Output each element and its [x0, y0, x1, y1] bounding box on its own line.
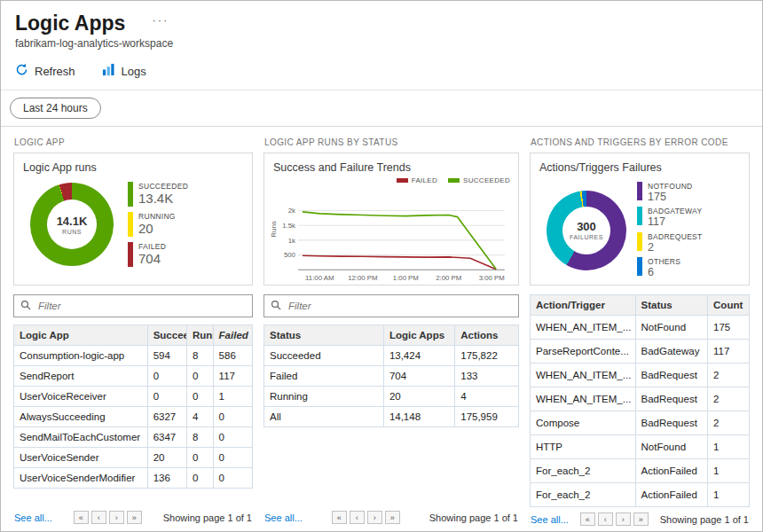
prev-page-button[interactable]: ‹ [350, 511, 365, 524]
column-header-running[interactable]: Running [187, 325, 214, 346]
failures-donut[interactable]: 300 FAILURES [547, 191, 626, 270]
cell-status: BadGateway [635, 340, 708, 364]
legend-swatch [637, 207, 642, 225]
filter-input[interactable] [36, 300, 246, 312]
refresh-button[interactable]: Refresh [15, 63, 75, 79]
table-footer: See all... «‹›» Showing page 1 of 1 [13, 505, 253, 526]
cell-running: 0 [187, 366, 214, 387]
time-range-button[interactable]: Last 24 hours [10, 98, 101, 119]
svg-text:11:00 AM: 11:00 AM [305, 274, 334, 282]
table-row[interactable]: Compose BadRequest 2 [531, 411, 750, 435]
cell-logic-app: UserVoiceSenderModifier [14, 468, 148, 489]
table-row[interactable]: SendReport 0 0 117 [14, 366, 253, 387]
table-row[interactable]: ParseReportConte... BadGateway 117 [531, 340, 750, 364]
table-row[interactable]: WHEN_AN_ITEM_... BadRequest 2 [531, 364, 750, 387]
table-row[interactable]: AlwaysSucceeding 6327 4 0 [14, 407, 253, 427]
last-page-button[interactable]: » [127, 511, 142, 524]
cell-status: ActionFailed [635, 483, 708, 507]
table-row[interactable]: Running 20 4 [264, 387, 519, 407]
logic-app-column: LOGIC APP Logic App runs 14.1K RUNS [13, 136, 253, 526]
table-row[interactable]: Consumption-logic-app 594 8 586 [14, 346, 253, 366]
prev-page-button[interactable]: ‹ [91, 511, 106, 524]
section-title-runs-by-status: LOGIC APP RUNS BY STATUS [264, 137, 519, 147]
cell-action-trigger: WHEN_AN_ITEM_... [531, 387, 636, 411]
cell-status: Succeeded [264, 346, 384, 366]
see-all-link[interactable]: See all... [264, 512, 303, 523]
trend-legend: FAILED SUCCEEDED [397, 176, 510, 184]
filter-input[interactable] [287, 300, 512, 312]
page-title: Logic Apps [15, 12, 125, 35]
cell-succeeded: 0 [147, 366, 186, 387]
column-header-status[interactable]: Status [264, 325, 384, 346]
more-menu-button[interactable]: ··· [152, 13, 169, 27]
legend-value: 13.4K [138, 191, 188, 206]
section-title-logic-app: LOGIC APP [14, 137, 253, 147]
donut-legend: NOTFOUND 175 BADGATEWAY 117 [637, 182, 703, 279]
column-header-count[interactable]: Count [708, 295, 750, 316]
first-page-button[interactable]: « [74, 511, 89, 524]
legend-entry: NOTFOUND 175 [637, 182, 703, 203]
failures-card: Actions/Triggers Failures 300 FAILURES [530, 153, 750, 286]
cell-logic-app: SendMailToEachCustomer [14, 427, 148, 448]
table-row[interactable]: WHEN_AN_ITEM_... NotFound 175 [531, 316, 750, 340]
cell-running: 0 [187, 448, 214, 468]
cell-succeeded: 594 [147, 346, 186, 366]
legend-label: OTHERS [648, 257, 680, 266]
search-icon [271, 298, 281, 314]
svg-text:3:00 PM: 3:00 PM [479, 274, 505, 282]
table-row[interactable]: UserVoiceSenderModifier 136 0 0 [14, 468, 253, 489]
next-page-button[interactable]: › [367, 511, 382, 524]
first-page-button[interactable]: « [332, 511, 347, 524]
pager: «‹›» [74, 511, 142, 524]
page-status: Showing page 1 of 1 [163, 512, 252, 523]
logs-button[interactable]: Logs [102, 63, 146, 79]
legend-value: 117 [648, 215, 702, 228]
logic-app-runs-donut[interactable]: 14.1K RUNS [30, 183, 114, 266]
legend-value: 6 [648, 266, 680, 278]
column-header-succeeded[interactable]: Succeeded [147, 325, 186, 346]
column-header-status[interactable]: Status [635, 295, 708, 316]
table-row[interactable]: Failed 704 133 [264, 366, 519, 387]
see-all-link[interactable]: See all... [14, 512, 52, 523]
legend-entry: OTHERS 6 [637, 257, 703, 278]
dashboard-content: LOGIC APP Logic App runs 14.1K RUNS [1, 127, 762, 526]
section-title-errors: ACTIONS AND TRIGGERS BY ERROR CODE [531, 137, 750, 147]
last-page-button[interactable]: » [385, 511, 400, 524]
next-page-button[interactable]: › [109, 511, 124, 524]
column-header-logic-app[interactable]: Logic App [14, 325, 148, 346]
donut-center-label: FAILURES [570, 234, 603, 240]
card-title: Logic App runs [23, 161, 243, 174]
svg-text:1:00 PM: 1:00 PM [393, 274, 419, 282]
cell-logic-apps: 704 [383, 366, 454, 387]
first-page-button[interactable]: « [580, 512, 595, 526]
cell-actions: 133 [455, 366, 519, 387]
table-row[interactable]: For_each_2 ActionFailed 1 [531, 483, 750, 507]
last-page-button[interactable]: » [633, 512, 649, 526]
table-row[interactable]: For_each_2 ActionFailed 1 [531, 459, 750, 483]
table-row[interactable]: UserVoiceReceiver 0 0 1 [14, 387, 253, 407]
table-row[interactable]: HTTP NotFound 1 [531, 435, 750, 459]
trend-card: Success and Failure Trends FAILED SUCCEE… [264, 153, 519, 286]
next-page-button[interactable]: › [616, 512, 631, 526]
column-header-action-trigger[interactable]: Action/Trigger [531, 295, 636, 316]
logic-app-table: Logic App Succeeded Running Failed Consu… [13, 325, 253, 489]
table-row[interactable]: UserVoiceSender 20 0 0 [14, 448, 253, 468]
page-status: Showing page 1 of 1 [660, 514, 749, 525]
page-header: Logic Apps ··· fabrikam-log-analytics-wo… [1, 1, 762, 79]
table-row[interactable]: SendMailToEachCustomer 6347 8 0 [14, 427, 253, 448]
cell-status: BadRequest [635, 364, 708, 387]
see-all-link[interactable]: See all... [531, 514, 569, 525]
errors-table: Action/Trigger Status Count WHEN_AN_ITEM… [530, 294, 750, 507]
column-header-logic-apps[interactable]: Logic Apps [383, 325, 454, 346]
table-row[interactable]: WHEN_AN_ITEM_... BadRequest 2 [531, 387, 750, 411]
legend-swatch [128, 212, 133, 237]
column-header-failed[interactable]: Failed [213, 325, 252, 346]
table-row[interactable]: All 14,148 175,959 [264, 407, 519, 427]
legend-label: NOTFOUND [648, 182, 693, 191]
legend-entry: RUNNING 20 [128, 212, 188, 237]
cell-action-trigger: WHEN_AN_ITEM_... [531, 316, 636, 340]
column-header-actions[interactable]: Actions [455, 325, 519, 346]
table-row[interactable]: Succeeded 13,424 175,822 [264, 346, 519, 366]
legend-swatch [128, 182, 133, 207]
prev-page-button[interactable]: ‹ [598, 512, 613, 526]
